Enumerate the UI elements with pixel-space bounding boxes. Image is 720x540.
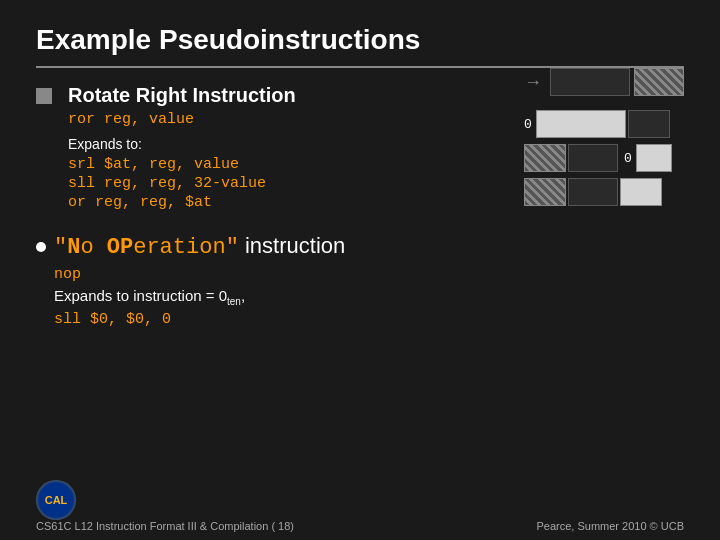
srl-diagram-row: 0 (524, 110, 684, 138)
nop-code-line: nop (54, 266, 684, 283)
ror-reg-box-hatched (634, 68, 684, 96)
footer: CS61C L12 Instruction Format III & Compi… (36, 520, 684, 532)
ror-reg-box-dark (550, 68, 630, 96)
bullet-square-icon (36, 88, 52, 104)
nop-sll-line: sll $0, $0, 0 (54, 311, 684, 328)
or-reg-hatched (524, 178, 566, 206)
slide: Example Pseudoinstructions Rotate Right … (0, 0, 720, 540)
nop-indent-block: nop Expands to instruction = 0ten, sll $… (54, 266, 684, 328)
or-reg-white (620, 178, 662, 206)
sll-zero-label: 0 (624, 151, 632, 166)
nop-expands-suffix: , (241, 287, 245, 304)
footer-left: CS61C L12 Instruction Format III & Compi… (36, 520, 294, 532)
sll-reg-hatched (524, 144, 566, 172)
cal-logo: CAL (36, 480, 76, 520)
nop-expands-sub: ten (227, 296, 241, 307)
or-reg-dark (568, 178, 618, 206)
sll-reg-dark1 (568, 144, 618, 172)
footer-right: Pearce, Summer 2010 © UCB (537, 520, 685, 532)
nop-bullet-row: "No OPeration" instruction (36, 233, 684, 260)
ror-arrow-icon: → (524, 72, 542, 93)
srl-reg-white (536, 110, 626, 138)
nop-title-text: "No OPeration" instruction (54, 233, 345, 260)
sll-diagram-row: 0 (524, 144, 684, 172)
nop-instruction-text: instruction (245, 233, 345, 258)
slide-title: Example Pseudoinstructions (36, 24, 684, 56)
or-diagram-row (524, 178, 684, 206)
nop-expands-main: Expands to instruction = 0 (54, 287, 227, 304)
srl-zero-label: 0 (524, 117, 532, 132)
nop-bullet-dot-icon (36, 242, 46, 252)
nop-no-mono: "No OPeration" (54, 235, 239, 260)
nop-section: "No OPeration" instruction nop Expands t… (36, 233, 684, 328)
cal-logo-text: CAL (45, 494, 68, 506)
ror-diagram-row: → (524, 68, 684, 96)
nop-expands-text: Expands to instruction = 0ten, (54, 287, 684, 307)
sll-reg-white (636, 144, 672, 172)
register-diagram: → 0 0 (524, 68, 684, 206)
cal-logo-circle: CAL (36, 480, 76, 520)
srl-reg-dark (628, 110, 670, 138)
